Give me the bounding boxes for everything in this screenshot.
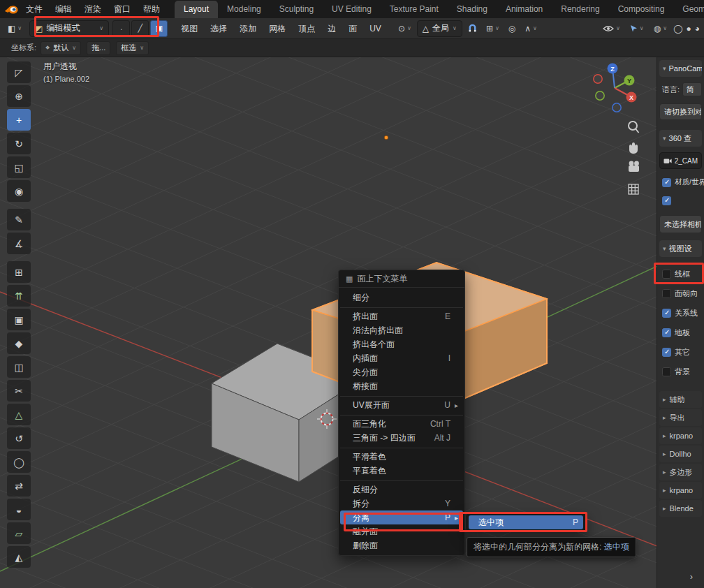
menubar-item[interactable]: 帮助 [137, 0, 166, 18]
menubar-item[interactable]: 窗口 [108, 0, 137, 18]
viewport-menu-item[interactable]: 边 [321, 18, 342, 39]
workspace-tab[interactable]: Animation [497, 1, 552, 18]
context-menu-item[interactable]: 拆分 Y [340, 497, 463, 510]
coord-system-dropdown[interactable]: ⌖ 默认 ∨ [41, 41, 81, 55]
viewport-settings-header[interactable]: 视图设 [659, 240, 702, 257]
collapsed-section-header[interactable]: 辅助 [659, 391, 702, 408]
menubar-item[interactable]: 编辑 [49, 0, 78, 18]
workspace-tab[interactable]: Sculpting [270, 1, 323, 18]
context-menu-item[interactable]: 反细分 [340, 480, 463, 497]
menubar-item[interactable]: 渲染 [78, 0, 108, 18]
proportional-edit-button[interactable]: ◎ [505, 20, 519, 37]
tool-button[interactable]: ⊞ [7, 261, 31, 283]
tool-button[interactable]: ⇈ [7, 285, 31, 307]
context-menu-item[interactable]: 尖分面 [340, 365, 463, 379]
workspace-tab[interactable]: Texture Paint [381, 1, 448, 18]
zoom-button[interactable] [629, 122, 639, 133]
tool-button[interactable]: ✂ [7, 380, 31, 402]
workspace-tab[interactable]: UV Editing [323, 1, 381, 18]
collapsed-section-header[interactable]: krpano [659, 427, 702, 444]
collapsed-section-header[interactable]: Blende [659, 500, 702, 517]
gizmo-neg-x-axis[interactable] [594, 75, 602, 83]
tool-button[interactable]: ↺ [7, 427, 31, 449]
context-menu-item[interactable]: 删除面 [340, 538, 463, 552]
tool-button[interactable]: ◫ [7, 356, 31, 378]
select-mode-toggle[interactable]: ▣ [150, 20, 168, 37]
camera-dropdown[interactable]: 2_CAM [659, 152, 702, 169]
select-mode-toggle[interactable]: ∙ [112, 20, 130, 37]
workspace-tab[interactable]: Modeling [218, 1, 270, 18]
snap-toggle-button[interactable] [464, 20, 481, 37]
tool-button[interactable]: ◉ [7, 180, 31, 202]
viewport-menu-item[interactable]: 顶点 [292, 18, 321, 39]
context-menu-item[interactable]: 内插面 I [340, 351, 463, 365]
context-menu-item[interactable]: 细分 [340, 291, 463, 304]
tool-button[interactable]: ◒ [7, 499, 31, 520]
workspace-tab[interactable]: Compositing [609, 1, 674, 18]
workspace-tab[interactable]: Layout [175, 1, 218, 18]
setting-checkbox-row[interactable]: 关系线 [657, 303, 704, 323]
navigation-gizmo[interactable]: Z Y X [594, 64, 637, 112]
pivot-point-button[interactable]: ⊙ ∨ [395, 20, 415, 37]
language-dropdown[interactable]: 简 [682, 82, 702, 96]
setting-checkbox-row[interactable]: 地板 [657, 323, 704, 342]
drag-button[interactable]: 拖... [87, 41, 110, 55]
unlabeled-checkbox[interactable] [657, 191, 704, 210]
tool-button[interactable]: ▱ [7, 522, 31, 544]
visibility-button[interactable]: ∨ [599, 20, 624, 37]
no-camera-button[interactable]: 未选择相机 [659, 215, 702, 233]
setting-checkbox-row[interactable]: 面朝向 [657, 284, 704, 303]
context-menu-item[interactable]: 挤出各个面 [340, 337, 463, 351]
orientation-dropdown[interactable]: △ 全局 ∨ [417, 20, 462, 37]
blender-logo-icon[interactable] [4, 3, 18, 15]
context-menu-item[interactable]: 挤出面 E [340, 307, 463, 323]
camera-view-button[interactable] [629, 161, 639, 172]
collapsed-section-header[interactable]: 多边形 [659, 464, 702, 480]
setting-checkbox-row[interactable]: 背景 [657, 362, 704, 381]
mode-dropdown[interactable]: ◩ 编辑模式 ∨ [29, 20, 109, 37]
viewport-menu-item[interactable]: 选择 [204, 18, 233, 39]
context-menu-item[interactable]: 分离 P ▸ [340, 510, 463, 524]
tool-button[interactable]: ◆ [7, 332, 31, 354]
tool-button[interactable]: ⇄ [7, 475, 31, 497]
tool-button[interactable]: ∡ [7, 233, 31, 254]
setting-checkbox-row[interactable]: 其它 [657, 342, 704, 362]
tool-button[interactable]: ◯ [7, 451, 31, 473]
tool-button[interactable]: △ [7, 404, 31, 425]
context-menu-item[interactable]: 面三角化 Ctrl T [340, 415, 463, 431]
context-menu-item[interactable]: 三角面 -> 四边面 Alt J [340, 431, 463, 445]
gizmo-neg-y-axis[interactable] [596, 91, 604, 100]
switch-button[interactable]: 请切换到对 [659, 103, 702, 120]
panocam-section-header[interactable]: PanoCam [659, 60, 702, 77]
context-menu-item[interactable]: 平滑着色 [340, 448, 463, 464]
falloff-button[interactable]: ∧ ∨ [521, 20, 541, 37]
view360-section-header[interactable]: 360 查 [659, 130, 702, 147]
viewport-menu-item[interactable]: 添加 [233, 18, 263, 39]
viewport-menu-item[interactable]: 视图 [175, 18, 204, 39]
gizmos-button[interactable]: ∨ [626, 20, 647, 37]
context-menu-item[interactable]: UV展开面 U ▸ [340, 396, 463, 412]
snap-with-button[interactable]: ⊞ ∨ [483, 20, 503, 37]
workspace-tab[interactable]: Geometry Nodes [673, 1, 704, 18]
pan-hand-button[interactable] [629, 142, 638, 154]
viewport-expand-arrow[interactable]: › [690, 571, 693, 582]
shading-solid-icon[interactable]: ● [687, 24, 691, 34]
context-menu-item[interactable]: 桥接面 [340, 379, 463, 393]
workspace-tab[interactable]: Shading [448, 1, 497, 18]
editor-type-button[interactable]: ◧ ∨ [4, 20, 25, 37]
menubar-item[interactable]: 文件 [20, 0, 49, 18]
tool-button[interactable]: ◱ [7, 156, 31, 178]
context-menu-item[interactable]: 沿法向挤出面 [340, 323, 463, 337]
setting-checkbox-row[interactable]: 线框 [657, 264, 704, 284]
collapsed-section-header[interactable]: Dollho [659, 446, 702, 462]
gizmo-neg-z-axis[interactable] [613, 103, 621, 112]
tool-button[interactable]: ◸ [7, 61, 31, 83]
viewport-menu-item[interactable]: 网格 [263, 18, 292, 39]
viewport-menu-item[interactable]: UV [363, 18, 388, 39]
collapsed-section-header[interactable]: krpano [659, 482, 702, 499]
tool-button[interactable]: + [7, 109, 31, 131]
context-menu-item[interactable]: 平直着色 [340, 464, 463, 478]
overlays-button[interactable]: ◍ ∨ [650, 20, 670, 37]
context-menu-item[interactable]: 融并面 [340, 524, 463, 538]
tool-button[interactable]: ▣ [7, 309, 31, 330]
